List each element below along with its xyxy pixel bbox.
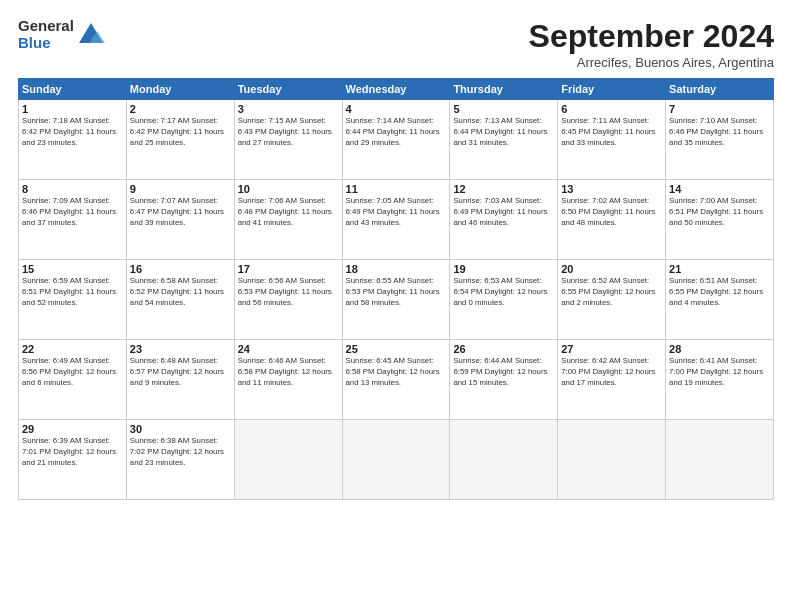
logo-text: General Blue [18,18,74,51]
day-info: Sunrise: 7:09 AM Sunset: 6:46 PM Dayligh… [22,196,123,229]
header-monday: Monday [126,79,234,100]
day-number: 10 [238,183,339,195]
day-info: Sunrise: 7:03 AM Sunset: 6:49 PM Dayligh… [453,196,554,229]
day-info: Sunrise: 7:05 AM Sunset: 6:49 PM Dayligh… [346,196,447,229]
header: General Blue September 2024 Arrecifes, B… [18,18,774,70]
day-number: 1 [22,103,123,115]
calendar-day: 14Sunrise: 7:00 AM Sunset: 6:51 PM Dayli… [666,180,774,260]
calendar-day: 27Sunrise: 6:42 AM Sunset: 7:00 PM Dayli… [558,340,666,420]
day-info: Sunrise: 7:00 AM Sunset: 6:51 PM Dayligh… [669,196,770,229]
day-number: 3 [238,103,339,115]
day-number: 2 [130,103,231,115]
calendar-day: 8Sunrise: 7:09 AM Sunset: 6:46 PM Daylig… [19,180,127,260]
day-info: Sunrise: 7:10 AM Sunset: 6:46 PM Dayligh… [669,116,770,149]
day-info: Sunrise: 7:18 AM Sunset: 6:42 PM Dayligh… [22,116,123,149]
day-number: 30 [130,423,231,435]
day-number: 15 [22,263,123,275]
day-info: Sunrise: 6:56 AM Sunset: 6:53 PM Dayligh… [238,276,339,309]
day-number: 14 [669,183,770,195]
day-info: Sunrise: 6:44 AM Sunset: 6:59 PM Dayligh… [453,356,554,389]
day-number: 28 [669,343,770,355]
calendar-day [342,420,450,500]
day-number: 25 [346,343,447,355]
calendar-day: 16Sunrise: 6:58 AM Sunset: 6:52 PM Dayli… [126,260,234,340]
day-info: Sunrise: 6:46 AM Sunset: 6:58 PM Dayligh… [238,356,339,389]
month-title: September 2024 [529,18,774,55]
calendar-day: 6Sunrise: 7:11 AM Sunset: 6:45 PM Daylig… [558,100,666,180]
calendar-day: 10Sunrise: 7:06 AM Sunset: 6:48 PM Dayli… [234,180,342,260]
calendar-day: 3Sunrise: 7:15 AM Sunset: 6:43 PM Daylig… [234,100,342,180]
logo-blue: Blue [18,35,74,52]
day-number: 24 [238,343,339,355]
calendar-day: 22Sunrise: 6:49 AM Sunset: 6:56 PM Dayli… [19,340,127,420]
day-info: Sunrise: 7:02 AM Sunset: 6:50 PM Dayligh… [561,196,662,229]
calendar-day: 18Sunrise: 6:55 AM Sunset: 6:53 PM Dayli… [342,260,450,340]
day-info: Sunrise: 6:49 AM Sunset: 6:56 PM Dayligh… [22,356,123,389]
location-subtitle: Arrecifes, Buenos Aires, Argentina [529,55,774,70]
day-info: Sunrise: 6:58 AM Sunset: 6:52 PM Dayligh… [130,276,231,309]
day-number: 19 [453,263,554,275]
day-info: Sunrise: 6:39 AM Sunset: 7:01 PM Dayligh… [22,436,123,469]
calendar-day [450,420,558,500]
day-number: 7 [669,103,770,115]
day-info: Sunrise: 6:42 AM Sunset: 7:00 PM Dayligh… [561,356,662,389]
day-info: Sunrise: 6:52 AM Sunset: 6:55 PM Dayligh… [561,276,662,309]
header-saturday: Saturday [666,79,774,100]
calendar-day: 2Sunrise: 7:17 AM Sunset: 6:42 PM Daylig… [126,100,234,180]
day-number: 26 [453,343,554,355]
calendar-week-1: 1Sunrise: 7:18 AM Sunset: 6:42 PM Daylig… [19,100,774,180]
calendar-day: 24Sunrise: 6:46 AM Sunset: 6:58 PM Dayli… [234,340,342,420]
day-number: 16 [130,263,231,275]
calendar-day: 28Sunrise: 6:41 AM Sunset: 7:00 PM Dayli… [666,340,774,420]
day-info: Sunrise: 7:15 AM Sunset: 6:43 PM Dayligh… [238,116,339,149]
day-info: Sunrise: 6:59 AM Sunset: 6:51 PM Dayligh… [22,276,123,309]
day-number: 13 [561,183,662,195]
calendar-week-2: 8Sunrise: 7:09 AM Sunset: 6:46 PM Daylig… [19,180,774,260]
logo-icon [77,21,105,49]
day-number: 27 [561,343,662,355]
day-number: 4 [346,103,447,115]
title-block: September 2024 Arrecifes, Buenos Aires, … [529,18,774,70]
calendar-week-3: 15Sunrise: 6:59 AM Sunset: 6:51 PM Dayli… [19,260,774,340]
page: General Blue September 2024 Arrecifes, B… [0,0,792,612]
calendar-day: 7Sunrise: 7:10 AM Sunset: 6:46 PM Daylig… [666,100,774,180]
calendar-day: 11Sunrise: 7:05 AM Sunset: 6:49 PM Dayli… [342,180,450,260]
calendar-day: 9Sunrise: 7:07 AM Sunset: 6:47 PM Daylig… [126,180,234,260]
calendar-week-4: 22Sunrise: 6:49 AM Sunset: 6:56 PM Dayli… [19,340,774,420]
day-info: Sunrise: 6:53 AM Sunset: 6:54 PM Dayligh… [453,276,554,309]
header-wednesday: Wednesday [342,79,450,100]
day-info: Sunrise: 6:41 AM Sunset: 7:00 PM Dayligh… [669,356,770,389]
calendar-table: Sunday Monday Tuesday Wednesday Thursday… [18,78,774,500]
calendar-day: 26Sunrise: 6:44 AM Sunset: 6:59 PM Dayli… [450,340,558,420]
day-number: 17 [238,263,339,275]
day-info: Sunrise: 6:55 AM Sunset: 6:53 PM Dayligh… [346,276,447,309]
calendar-day: 29Sunrise: 6:39 AM Sunset: 7:01 PM Dayli… [19,420,127,500]
header-friday: Friday [558,79,666,100]
day-info: Sunrise: 6:48 AM Sunset: 6:57 PM Dayligh… [130,356,231,389]
day-info: Sunrise: 7:13 AM Sunset: 6:44 PM Dayligh… [453,116,554,149]
calendar-week-5: 29Sunrise: 6:39 AM Sunset: 7:01 PM Dayli… [19,420,774,500]
day-number: 20 [561,263,662,275]
day-info: Sunrise: 7:07 AM Sunset: 6:47 PM Dayligh… [130,196,231,229]
day-info: Sunrise: 7:11 AM Sunset: 6:45 PM Dayligh… [561,116,662,149]
calendar-day: 20Sunrise: 6:52 AM Sunset: 6:55 PM Dayli… [558,260,666,340]
calendar-day: 13Sunrise: 7:02 AM Sunset: 6:50 PM Dayli… [558,180,666,260]
calendar-day [234,420,342,500]
day-number: 6 [561,103,662,115]
day-number: 29 [22,423,123,435]
day-number: 9 [130,183,231,195]
day-info: Sunrise: 6:45 AM Sunset: 6:58 PM Dayligh… [346,356,447,389]
day-info: Sunrise: 7:06 AM Sunset: 6:48 PM Dayligh… [238,196,339,229]
calendar-day: 19Sunrise: 6:53 AM Sunset: 6:54 PM Dayli… [450,260,558,340]
day-info: Sunrise: 6:38 AM Sunset: 7:02 PM Dayligh… [130,436,231,469]
header-tuesday: Tuesday [234,79,342,100]
day-info: Sunrise: 7:14 AM Sunset: 6:44 PM Dayligh… [346,116,447,149]
day-number: 5 [453,103,554,115]
calendar-day: 15Sunrise: 6:59 AM Sunset: 6:51 PM Dayli… [19,260,127,340]
day-number: 23 [130,343,231,355]
calendar-day [666,420,774,500]
logo: General Blue [18,18,105,51]
calendar-day: 21Sunrise: 6:51 AM Sunset: 6:55 PM Dayli… [666,260,774,340]
day-number: 18 [346,263,447,275]
day-number: 8 [22,183,123,195]
